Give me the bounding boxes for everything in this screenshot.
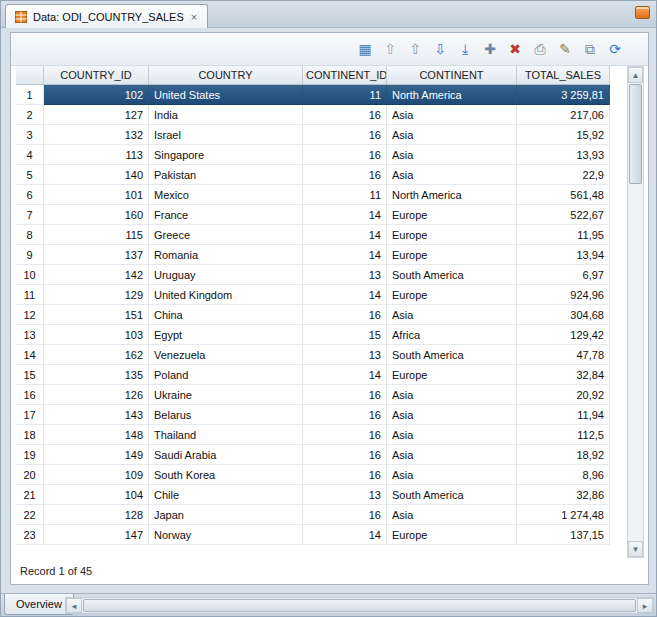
column-header-total_sales[interactable]: TOTAL_SALES	[517, 66, 610, 85]
refresh-icon[interactable]: ⟳	[606, 40, 624, 58]
cell-continent_id[interactable]: 16	[303, 505, 387, 525]
cell-country_id[interactable]: 127	[44, 105, 149, 125]
cell-country[interactable]: Ukraine	[149, 385, 303, 405]
column-header-country[interactable]: COUNTRY	[149, 66, 303, 85]
cell-continent[interactable]: Asia	[387, 165, 517, 185]
cell-continent[interactable]: North America	[387, 185, 517, 205]
table-row[interactable]: 23147Norway14Europe137,15	[16, 525, 610, 545]
scroll-right-button[interactable]: ▸	[637, 598, 653, 613]
cell-continent[interactable]: North America	[387, 85, 517, 105]
tab-close-icon[interactable]: ×	[190, 11, 198, 23]
table-row[interactable]: 16126Ukraine16Asia20,92	[16, 385, 610, 405]
cell-country_id[interactable]: 162	[44, 345, 149, 365]
column-header-continent_id[interactable]: CONTINENT_ID	[303, 66, 387, 85]
cell-country_id[interactable]: 148	[44, 425, 149, 445]
last-record-icon[interactable]: ⤓	[456, 40, 474, 58]
table-row[interactable]: 11129United Kingdom14Europe924,96	[16, 285, 610, 305]
row-number-cell[interactable]: 11	[16, 285, 44, 305]
cell-country[interactable]: Chile	[149, 485, 303, 505]
row-number-cell[interactable]: 1	[16, 85, 44, 105]
cell-total_sales[interactable]: 47,78	[517, 345, 610, 365]
cell-continent[interactable]: Asia	[387, 505, 517, 525]
cell-continent[interactable]: Asia	[387, 445, 517, 465]
row-number-cell[interactable]: 3	[16, 125, 44, 145]
cell-continent_id[interactable]: 11	[303, 185, 387, 205]
cell-country_id[interactable]: 147	[44, 525, 149, 545]
cell-country[interactable]: Greece	[149, 225, 303, 245]
copy-record-icon[interactable]: ⧉	[581, 40, 599, 58]
cell-country_id[interactable]: 113	[44, 145, 149, 165]
table-row[interactable]: 19149Saudi Arabia16Asia18,92	[16, 445, 610, 465]
cell-continent_id[interactable]: 16	[303, 165, 387, 185]
table-row[interactable]: 17143Belarus16Asia11,94	[16, 405, 610, 425]
cell-country_id[interactable]: 129	[44, 285, 149, 305]
cell-country_id[interactable]: 101	[44, 185, 149, 205]
row-number-cell[interactable]: 4	[16, 145, 44, 165]
cell-continent_id[interactable]: 16	[303, 425, 387, 445]
cell-country_id[interactable]: 102	[44, 85, 149, 105]
cell-total_sales[interactable]: 304,68	[517, 305, 610, 325]
row-header-corner[interactable]	[16, 66, 44, 85]
tab-overview[interactable]: Overview	[4, 594, 74, 615]
cell-country[interactable]: Venezuela	[149, 345, 303, 365]
table-row[interactable]: 7160France14Europe522,67	[16, 205, 610, 225]
table-row[interactable]: 9137Romania14Europe13,94	[16, 245, 610, 265]
delete-record-icon[interactable]: ✖	[506, 40, 524, 58]
row-number-cell[interactable]: 16	[16, 385, 44, 405]
row-number-cell[interactable]: 8	[16, 225, 44, 245]
cell-total_sales[interactable]: 20,92	[517, 385, 610, 405]
cell-total_sales[interactable]: 522,67	[517, 205, 610, 225]
cell-country_id[interactable]: 140	[44, 165, 149, 185]
cell-continent[interactable]: Europe	[387, 285, 517, 305]
row-number-cell[interactable]: 18	[16, 425, 44, 445]
cell-country[interactable]: United Kingdom	[149, 285, 303, 305]
cell-total_sales[interactable]: 18,92	[517, 445, 610, 465]
table-row[interactable]: 3132Israel16Asia15,92	[16, 125, 610, 145]
cell-continent[interactable]: South America	[387, 345, 517, 365]
row-number-cell[interactable]: 6	[16, 185, 44, 205]
table-row[interactable]: 4113Singapore16Asia13,93	[16, 145, 610, 165]
first-record-icon[interactable]: ⇧	[381, 40, 399, 58]
cell-continent[interactable]: Africa	[387, 325, 517, 345]
cell-total_sales[interactable]: 15,92	[517, 125, 610, 145]
cell-continent[interactable]: Europe	[387, 525, 517, 545]
horizontal-scrollbar[interactable]: ◂ ▸	[65, 597, 654, 614]
cell-continent_id[interactable]: 16	[303, 145, 387, 165]
cell-continent[interactable]: Europe	[387, 245, 517, 265]
cell-country_id[interactable]: 128	[44, 505, 149, 525]
cell-country[interactable]: Thailand	[149, 425, 303, 445]
cell-continent_id[interactable]: 15	[303, 325, 387, 345]
cell-total_sales[interactable]: 8,96	[517, 465, 610, 485]
cell-continent_id[interactable]: 13	[303, 345, 387, 365]
cell-continent_id[interactable]: 14	[303, 225, 387, 245]
cell-total_sales[interactable]: 32,84	[517, 365, 610, 385]
cell-country[interactable]: Singapore	[149, 145, 303, 165]
row-number-cell[interactable]: 22	[16, 505, 44, 525]
table-row[interactable]: 5140Pakistan16Asia22,9	[16, 165, 610, 185]
cell-country[interactable]: Poland	[149, 365, 303, 385]
cell-continent_id[interactable]: 14	[303, 205, 387, 225]
cell-country[interactable]: United States	[149, 85, 303, 105]
cell-continent[interactable]: Asia	[387, 465, 517, 485]
cell-continent_id[interactable]: 14	[303, 285, 387, 305]
table-row[interactable]: 8115Greece14Europe11,95	[16, 225, 610, 245]
post-changes-icon[interactable]: ⎙	[531, 40, 549, 58]
row-number-cell[interactable]: 21	[16, 485, 44, 505]
table-row[interactable]: 22128Japan16Asia1 274,48	[16, 505, 610, 525]
cell-country_id[interactable]: 143	[44, 405, 149, 425]
cell-country[interactable]: Uruguay	[149, 265, 303, 285]
cell-country[interactable]: Israel	[149, 125, 303, 145]
cell-country_id[interactable]: 137	[44, 245, 149, 265]
cell-country[interactable]: Belarus	[149, 405, 303, 425]
cell-continent[interactable]: Asia	[387, 145, 517, 165]
cell-continent_id[interactable]: 13	[303, 265, 387, 285]
row-number-cell[interactable]: 2	[16, 105, 44, 125]
table-row[interactable]: 2127India16Asia217,06	[16, 105, 610, 125]
cell-country[interactable]: France	[149, 205, 303, 225]
tab-data-odi-country-sales[interactable]: Data: ODI_COUNTRY_SALES ×	[5, 4, 208, 28]
cell-total_sales[interactable]: 112,5	[517, 425, 610, 445]
previous-record-icon[interactable]: ⇧	[406, 40, 424, 58]
row-number-cell[interactable]: 20	[16, 465, 44, 485]
row-number-cell[interactable]: 10	[16, 265, 44, 285]
row-number-cell[interactable]: 17	[16, 405, 44, 425]
